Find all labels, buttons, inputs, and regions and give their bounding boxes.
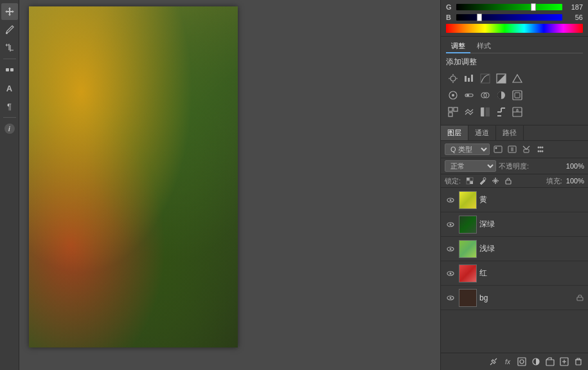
separator-2 (3, 117, 16, 118)
layer-thumb-qianlu (459, 240, 477, 258)
layer-delete-btn[interactable] (573, 356, 584, 367)
adj-colorbalance-icon[interactable] (478, 88, 492, 102)
layer-fx-btn[interactable]: fx (502, 356, 513, 367)
adjustments-section: 调整 样式 添加调整 (441, 37, 588, 125)
b-slider-row: B 56 (446, 14, 583, 21)
adj-brightness-icon[interactable] (446, 71, 460, 86)
layer-thumb-huang (459, 191, 477, 209)
canvas-wrapper[interactable] (29, 6, 238, 347)
layer-eye-bg[interactable] (445, 292, 456, 304)
svg-point-43 (538, 151, 540, 153)
svg-point-59 (450, 223, 452, 225)
lock-paint-icon[interactable] (477, 176, 488, 186)
lock-label: 锁定: (445, 176, 461, 186)
right-panel: G 187 B 56 调整 样式 添加调整 (440, 0, 588, 370)
tools-more[interactable] (1, 62, 18, 79)
layer-name-hong: 红 (479, 268, 584, 279)
adj-channelmixer-icon[interactable] (446, 105, 460, 119)
g-slider-thumb[interactable] (531, 3, 536, 11)
lock-position-icon[interactable] (490, 176, 501, 186)
type-tool[interactable]: A (1, 80, 18, 97)
svg-point-61 (450, 248, 452, 250)
transform-tool[interactable] (1, 39, 18, 56)
adj-threshold-icon[interactable] (510, 105, 524, 119)
b-slider-thumb[interactable] (477, 14, 482, 21)
layer-eye-shenlu[interactable] (445, 219, 456, 230)
tab-paths[interactable]: 路径 (496, 125, 524, 140)
blend-mode-select[interactable]: 正常 溶解 正片叠底 (445, 160, 496, 172)
adj-invert-icon[interactable] (478, 105, 492, 119)
svg-rect-55 (506, 180, 511, 184)
layer-item-hong[interactable]: 红 (441, 261, 588, 286)
b-value: 56 (565, 14, 583, 21)
adj-gradient-icon[interactable] (510, 71, 524, 86)
svg-rect-46 (467, 178, 470, 181)
adj-icons-row-3 (446, 105, 583, 119)
layer-eye-qianlu[interactable] (445, 243, 456, 255)
layer-item-huang[interactable]: 黄 (441, 188, 588, 212)
separator-1 (3, 59, 16, 59)
svg-rect-49 (470, 178, 473, 181)
filter-icon-3[interactable] (521, 143, 532, 155)
filter-icon-1[interactable] (492, 143, 504, 155)
svg-rect-2 (10, 68, 13, 71)
svg-point-57 (450, 199, 452, 201)
svg-rect-26 (449, 113, 452, 116)
info-tool[interactable]: i (1, 120, 18, 137)
layer-filter-select[interactable]: Q 类型 名称 效果 模式 (445, 143, 490, 155)
color-gradient-bar[interactable] (446, 24, 583, 33)
canvas-gradient (29, 6, 238, 347)
g-slider-track[interactable] (456, 4, 562, 10)
paragraph-tool[interactable]: ¶ (1, 98, 18, 115)
layer-link-btn[interactable] (488, 356, 499, 367)
adj-vibrance-icon[interactable] (446, 88, 460, 102)
layer-mask-btn[interactable] (516, 356, 528, 367)
toolbar: A ¶ i (0, 0, 19, 370)
tab-adjustments[interactable]: 调整 (446, 40, 470, 53)
layers-tabs: 图层 通道 路径 (441, 125, 588, 141)
svg-rect-1 (6, 68, 9, 71)
svg-point-68 (520, 360, 524, 364)
color-section: G 187 B 56 (441, 0, 588, 37)
layer-item-shenlu[interactable]: 深绿 (441, 212, 588, 237)
svg-rect-11 (481, 74, 490, 83)
filter-icon-2[interactable] (506, 143, 518, 155)
brush-tool[interactable] (1, 21, 18, 38)
svg-point-3 (450, 76, 456, 81)
section-tabs: 调整 样式 (446, 40, 583, 53)
lock-pixels-icon[interactable] (465, 176, 475, 186)
adj-bw-icon[interactable] (494, 88, 508, 102)
tab-styles[interactable]: 样式 (472, 40, 496, 53)
layer-group-btn[interactable] (544, 356, 556, 367)
svg-point-42 (542, 147, 544, 149)
layer-item-qianlu[interactable]: 浅绿 (441, 237, 588, 261)
move-tool[interactable] (1, 3, 18, 20)
adj-hsl-icon[interactable] (462, 88, 476, 102)
layer-item-bg[interactable]: bg (441, 286, 588, 310)
layer-new-btn[interactable] (558, 356, 570, 367)
svg-rect-10 (471, 75, 473, 82)
adj-posterize-icon[interactable] (494, 105, 508, 119)
tab-channels[interactable]: 通道 (468, 125, 496, 140)
svg-rect-8 (465, 76, 467, 82)
adj-colorlookup-icon[interactable] (462, 105, 476, 119)
b-slider-track[interactable] (456, 14, 562, 21)
tab-layers[interactable]: 图层 (441, 125, 468, 140)
lock-row: 锁定: 填充: 100% (441, 174, 588, 188)
svg-rect-24 (449, 107, 452, 111)
g-slider-row: G 187 (446, 3, 583, 11)
layer-eye-hong[interactable] (445, 268, 456, 279)
fill-label: 填充: (546, 176, 562, 186)
adj-curves-icon[interactable] (478, 71, 492, 86)
svg-point-63 (450, 272, 452, 274)
adj-exposure-icon[interactable] (494, 71, 508, 86)
adj-levels-icon[interactable] (462, 71, 476, 86)
layer-name-huang: 黄 (479, 194, 584, 205)
g-value: 187 (565, 3, 583, 11)
adj-photofilter-icon[interactable] (510, 88, 524, 102)
layer-adj-btn[interactable] (530, 356, 542, 367)
filter-icon-4[interactable] (535, 143, 546, 155)
lock-all-icon[interactable] (503, 176, 513, 186)
layer-eye-huang[interactable] (445, 194, 456, 206)
svg-point-16 (452, 94, 454, 97)
